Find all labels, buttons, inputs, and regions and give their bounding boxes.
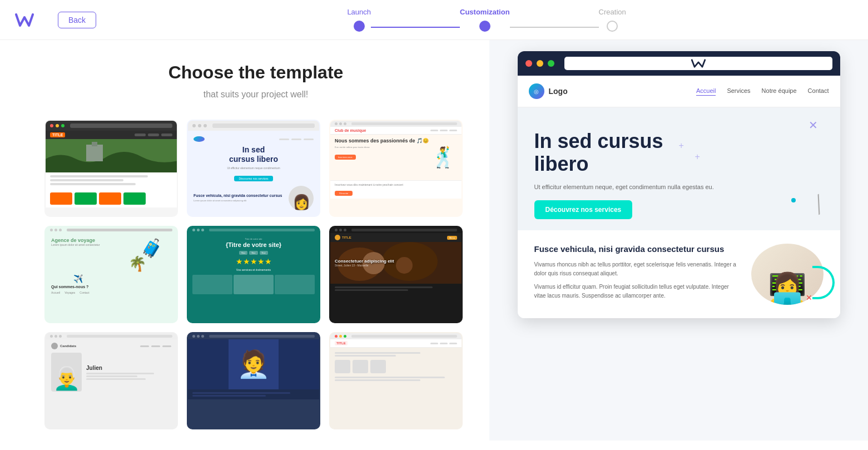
t6-logo-area: TITLE <box>335 235 351 240</box>
t3-cta-text: Inscrivez-vous dès maintenant à notre pr… <box>335 183 457 186</box>
dot-y-8 <box>197 335 200 338</box>
t5-pre-title: Titre de votre site <box>192 238 315 240</box>
t2-lower-text: Fusce vehicula, nisi gravida consectetur… <box>194 194 285 202</box>
template-card-3[interactable]: Club de musique Nous sommes des passionn… <box>329 120 463 217</box>
dot-g-9 <box>344 335 346 338</box>
url-bar-2 <box>212 123 315 128</box>
t9-s2 <box>335 379 420 381</box>
t1-nav: TITLE <box>46 131 177 139</box>
site-hero-deco-x1: ✕ <box>809 118 818 132</box>
t5-nav-item: Nav <box>260 251 268 255</box>
template-card-1[interactable]: TITLE <box>44 120 178 217</box>
t9-line2 <box>335 355 396 357</box>
site-lower-deco-x: ✕ <box>806 293 812 302</box>
step-launch-label: Launch <box>347 8 371 16</box>
preview-content: ◎ Logo Accueil Services Notre équipe Con… <box>518 76 840 318</box>
t9-bar <box>330 333 462 339</box>
t2-person-icon: 👩 <box>292 194 310 211</box>
t8-line1 <box>192 392 290 394</box>
url-bar-7 <box>67 335 172 338</box>
dot-r-6 <box>335 229 338 231</box>
url-w-logo <box>691 58 706 68</box>
t9-ni <box>430 343 438 344</box>
template-card-6[interactable]: TITLE Menu Consectetuer adipiscing elit <box>329 226 463 323</box>
t5-nav-item: Nav <box>239 251 247 255</box>
t7-content: Candidats 👨‍🦳 <box>46 339 177 395</box>
t6-overlay-text: Consectetuer adipiscing elit Street, Jul… <box>335 259 394 267</box>
dancing-person-icon: 🕺 <box>431 146 456 169</box>
url-bar-6 <box>351 229 457 231</box>
site-hero-deco-pencil: ╱ <box>810 194 827 215</box>
t1-icons-row <box>46 190 177 207</box>
dot-y-5 <box>197 229 200 231</box>
step-customization: Customization <box>460 8 510 32</box>
t5-images <box>192 275 315 294</box>
site-hero-heading: In sed cursus libero <box>534 130 690 176</box>
t9-icons-row <box>335 360 457 373</box>
t6-hero: Consectetuer adipiscing elit Street, Jul… <box>330 242 462 284</box>
progress-stepper: Launch Customization Creation <box>118 8 855 32</box>
dot-g-7 <box>59 335 62 338</box>
t1-nav-item <box>148 133 159 136</box>
site-lower-text: Fusce vehicula, nisi gravida consectetur… <box>534 244 738 305</box>
t3-ni <box>440 130 448 131</box>
back-button[interactable]: Back <box>58 12 96 28</box>
t4-dots <box>50 229 62 231</box>
t3-subtext: Il en est de même pour toute chose <box>335 146 429 149</box>
palm-icon: 🌴 <box>128 255 146 273</box>
browser-bar-1 <box>46 121 177 131</box>
template-card-2[interactable]: In sedcursus libero Ut efficitur element… <box>187 120 320 217</box>
preview-dot-red <box>525 60 532 67</box>
t4-nav-bottom: Accueil Voyages Contact <box>51 291 121 294</box>
t6-hero-heading: Consectetuer adipiscing elit <box>335 259 394 264</box>
dot-g-3 <box>344 122 346 125</box>
template-card-4[interactable]: Agence de voyage Lorem ipsum dolor sit a… <box>44 226 178 323</box>
dot-g-6 <box>344 229 346 231</box>
t6-logo-icon <box>335 235 340 240</box>
t2-nav-items <box>279 139 314 140</box>
t4-bottom-nav: Qui sommes-nous ? Accueil Voyages Contac… <box>51 285 121 294</box>
t5-content: Titre de votre site {Titre de votre site… <box>188 233 319 299</box>
main-content: Choose the template that suits your proj… <box>0 40 868 441</box>
site-hero-deco-plus2: + <box>695 152 700 162</box>
t5-nav: Nav Nav Nav <box>192 251 315 255</box>
dot-y-9 <box>339 335 342 338</box>
t6-lower <box>330 284 462 294</box>
t9-ni <box>449 343 457 344</box>
t5-img3 <box>275 275 315 294</box>
t3-nav: Club de musique <box>330 127 462 135</box>
t7-body: 👨‍🦳 Julien <box>51 353 171 392</box>
template-card-9[interactable]: TITLE <box>329 332 463 429</box>
t7-dots <box>50 335 62 338</box>
step-line-1 <box>371 27 460 28</box>
site-hero-cta-button[interactable]: Découvrez nos services <box>534 200 633 219</box>
t8-portrait-icon: 🧑‍💼 <box>237 349 270 380</box>
site-nav-accueil: Accueil <box>696 87 716 96</box>
dot-g-5 <box>201 229 204 231</box>
url-bar-1 <box>70 123 172 128</box>
site-lower-deco-teal <box>812 266 835 299</box>
t4-question: Qui sommes-nous ? <box>51 285 121 289</box>
step-creation: Creation <box>599 8 626 32</box>
t8-dots <box>192 335 204 338</box>
site-hero: ✕ + + In sed cursus libero Ut efficitur … <box>518 107 840 230</box>
t2-nav-item <box>304 139 314 140</box>
t1-hero <box>46 139 177 172</box>
t5-subtext: Vos services et événements <box>192 268 315 271</box>
template-card-7[interactable]: Candidats 👨‍🦳 <box>44 332 178 429</box>
t2-lower-title: Fusce vehicula, nisi gravida consectetur… <box>194 194 285 197</box>
t9-ni <box>440 343 448 344</box>
panel-subtitle: that suits your project well! <box>44 90 467 100</box>
t7-line2 <box>86 375 137 377</box>
t5-dots <box>192 229 204 231</box>
template-card-5[interactable]: Titre de votre site {Titre de votre site… <box>187 226 320 323</box>
svg-rect-1 <box>86 145 103 161</box>
t1-nav-item <box>161 133 172 136</box>
template-card-8[interactable]: 🧑‍💼 <box>187 332 320 429</box>
t3-cta-bottom: Inscrivez-vous dès maintenant à notre pr… <box>330 180 462 199</box>
t3-text: Nous sommes des passionnés de 🎵😊 Il en e… <box>335 138 429 177</box>
dot-y-4 <box>54 229 57 231</box>
t2-btn: Découvrez nos services <box>234 176 272 181</box>
t5-img2 <box>234 275 274 294</box>
dot-red-1 <box>50 124 53 127</box>
